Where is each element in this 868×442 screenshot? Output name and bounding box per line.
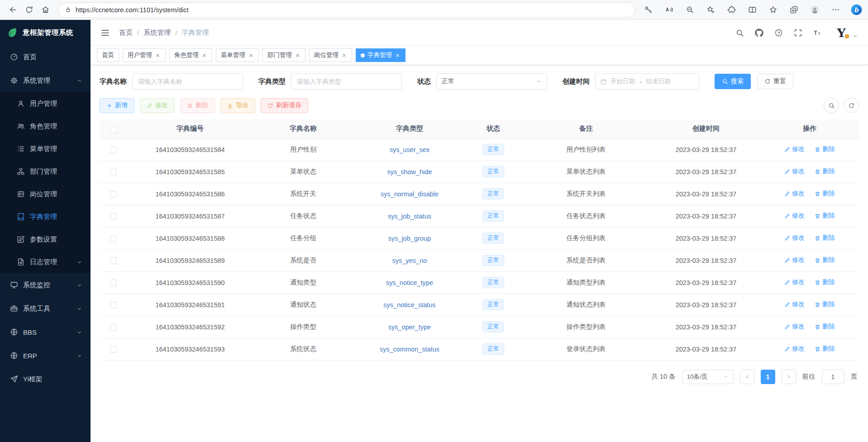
toggle-search-button[interactable] [824,98,839,113]
row-checkbox[interactable] [110,346,117,353]
breadcrumb-system[interactable]: 系统管理 [143,29,171,37]
refresh-cache-button[interactable]: 刷新缓存 [261,98,308,113]
sidebar-item-tools[interactable]: 系统工具 [0,297,91,320]
row-delete-button[interactable]: 删除 [815,145,835,153]
sidebar-item-user[interactable]: 用户管理 [0,92,91,115]
sidebar-item-system[interactable]: 系统管理 [0,69,91,92]
row-edit-button[interactable]: 修改 [784,167,805,176]
row-edit-button[interactable]: 修改 [784,278,805,286]
github-button[interactable] [755,29,763,37]
dict-type-link[interactable]: sys_notice_status [383,301,435,309]
tab-close-icon[interactable] [248,52,254,58]
sidebar-item-yi[interactable]: Yi框架 [0,367,91,391]
row-delete-button[interactable]: 删除 [815,323,835,331]
dict-type-link[interactable]: sys_yes_no [392,257,427,264]
date-range-picker[interactable]: 开始日期 - 结束日期 [595,73,699,90]
breadcrumb-home[interactable]: 首页 [119,29,133,37]
edit-button[interactable]: 修改 [140,98,175,113]
extensions-button[interactable] [724,2,739,18]
header-search-button[interactable] [735,29,744,37]
sidebar-item-erp[interactable]: ERP [0,344,91,367]
tab-close-icon[interactable] [341,52,347,58]
sidebar-item-monitor[interactable]: 系统监控 [0,273,91,297]
dict-type-link[interactable]: sys_normal_disable [381,190,439,198]
zoom-button[interactable] [682,2,697,18]
status-select[interactable]: 正常 [436,73,547,90]
profile-button[interactable] [807,2,822,18]
sidebar-item-dept[interactable]: 部门管理 [0,160,91,183]
dict-type-link[interactable]: sys_user_sex [390,146,430,153]
dict-type-link[interactable]: sys_job_status [388,213,431,220]
row-checkbox[interactable] [110,213,117,220]
row-delete-button[interactable]: 删除 [815,234,835,242]
row-checkbox[interactable] [110,302,117,309]
row-edit-button[interactable]: 修改 [784,300,805,309]
tab-2[interactable]: 角色管理 [169,48,212,62]
reset-button[interactable]: 重置 [757,74,793,89]
row-delete-button[interactable]: 删除 [815,300,835,309]
user-menu[interactable]: Y [833,25,858,40]
row-checkbox[interactable] [110,324,117,331]
add-favorite-button[interactable] [703,2,718,18]
row-delete-button[interactable]: 删除 [815,256,835,264]
row-delete-button[interactable]: 删除 [815,190,835,198]
sidebar-item-param[interactable]: 参数设置 [0,228,91,251]
select-all-checkbox[interactable] [110,126,117,133]
home-button[interactable] [37,2,53,18]
tab-close-icon[interactable] [201,52,207,58]
favorites-button[interactable] [766,2,780,18]
dict-name-input[interactable] [132,73,243,90]
search-button[interactable]: 搜索 [715,74,751,89]
help-button[interactable] [774,29,783,37]
row-delete-button[interactable]: 删除 [815,278,835,286]
back-button[interactable] [5,2,21,18]
more-menu-button[interactable] [828,2,843,18]
read-aloud-button[interactable] [662,2,676,18]
sidebar-item-menu[interactable]: 菜单管理 [0,138,91,160]
row-edit-button[interactable]: 修改 [784,256,805,264]
tab-3[interactable]: 菜单管理 [216,48,259,62]
sidebar-item-log[interactable]: 日志管理 [0,251,91,273]
sidebar-item-post[interactable]: 岗位管理 [0,183,91,205]
row-checkbox[interactable] [110,147,117,153]
dict-type-input[interactable] [291,73,402,90]
next-page-button[interactable] [782,370,796,384]
password-key-button[interactable] [641,2,655,18]
tab-close-icon[interactable] [155,52,161,58]
split-screen-button[interactable] [745,2,759,18]
delete-button[interactable]: 删除 [180,98,215,113]
row-checkbox[interactable] [110,169,117,176]
row-delete-button[interactable]: 删除 [815,212,835,220]
sidebar-item-bbs[interactable]: BBS [0,320,91,344]
dict-type-link[interactable]: sys_job_group [388,235,431,242]
tab-close-icon[interactable] [395,52,401,58]
row-delete-button[interactable]: 删除 [815,345,835,353]
address-bar[interactable]: https://ccnetcore.com:1101/system/dict [58,2,635,18]
goto-page-input[interactable] [822,370,844,384]
tab-5[interactable]: 岗位管理 [309,48,352,62]
dict-type-link[interactable]: sys_oper_type [388,323,431,331]
row-checkbox[interactable] [110,191,117,198]
refresh-button[interactable] [21,2,37,18]
tab-close-icon[interactable] [295,52,300,58]
row-edit-button[interactable]: 修改 [784,234,805,242]
dict-type-link[interactable]: sys_common_status [380,346,439,353]
tab-4[interactable]: 部门管理 [262,48,305,62]
sidebar-item-dict[interactable]: 字典管理 [0,205,91,228]
prev-page-button[interactable] [740,370,754,384]
refresh-table-button[interactable] [844,98,859,113]
dict-type-link[interactable]: sys_show_hide [387,168,432,176]
export-button[interactable]: 导出 [220,98,255,113]
row-checkbox[interactable] [110,257,117,264]
row-checkbox[interactable] [110,235,117,242]
fullscreen-button[interactable] [794,29,802,37]
font-size-button[interactable] [813,29,822,37]
page-size-select[interactable]: 10条/页 [682,370,734,384]
sidebar-item-home[interactable]: 首页 [0,45,91,69]
row-edit-button[interactable]: 修改 [784,145,805,153]
sidebar-item-role[interactable]: 角色管理 [0,115,91,138]
add-button[interactable]: 新增 [100,98,134,113]
row-edit-button[interactable]: 修改 [784,190,805,198]
collections-button[interactable] [787,2,801,18]
row-delete-button[interactable]: 删除 [815,167,835,176]
